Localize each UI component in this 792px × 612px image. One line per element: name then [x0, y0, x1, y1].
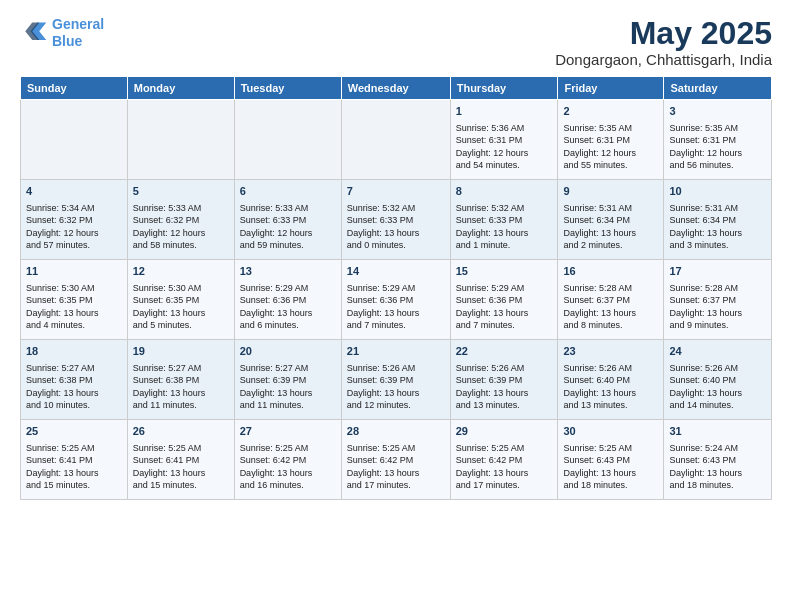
- day-number: 9: [563, 184, 658, 199]
- table-row: 16Sunrise: 5:28 AMSunset: 6:37 PMDayligh…: [558, 260, 664, 340]
- col-monday: Monday: [127, 77, 234, 100]
- col-friday: Friday: [558, 77, 664, 100]
- calendar-header-row: Sunday Monday Tuesday Wednesday Thursday…: [21, 77, 772, 100]
- day-info: Daylight: 13 hours: [563, 227, 658, 240]
- table-row: 15Sunrise: 5:29 AMSunset: 6:36 PMDayligh…: [450, 260, 558, 340]
- logo-blue: Blue: [52, 33, 82, 49]
- table-row: 5Sunrise: 5:33 AMSunset: 6:32 PMDaylight…: [127, 180, 234, 260]
- day-info: and 57 minutes.: [26, 239, 122, 252]
- table-row: 14Sunrise: 5:29 AMSunset: 6:36 PMDayligh…: [341, 260, 450, 340]
- day-info: and 3 minutes.: [669, 239, 766, 252]
- day-number: 15: [456, 264, 553, 279]
- day-number: 10: [669, 184, 766, 199]
- day-number: 13: [240, 264, 336, 279]
- day-info: Sunset: 6:41 PM: [133, 454, 229, 467]
- day-info: Sunset: 6:43 PM: [563, 454, 658, 467]
- table-row: [234, 100, 341, 180]
- day-info: Daylight: 13 hours: [26, 387, 122, 400]
- calendar-week-row: 18Sunrise: 5:27 AMSunset: 6:38 PMDayligh…: [21, 340, 772, 420]
- day-info: Sunrise: 5:33 AM: [240, 202, 336, 215]
- day-info: and 6 minutes.: [240, 319, 336, 332]
- day-number: 23: [563, 344, 658, 359]
- day-info: Daylight: 13 hours: [563, 467, 658, 480]
- day-info: Daylight: 13 hours: [347, 387, 445, 400]
- table-row: 3Sunrise: 5:35 AMSunset: 6:31 PMDaylight…: [664, 100, 772, 180]
- day-info: and 7 minutes.: [456, 319, 553, 332]
- day-info: Sunset: 6:36 PM: [347, 294, 445, 307]
- day-info: Sunrise: 5:26 AM: [669, 362, 766, 375]
- table-row: 19Sunrise: 5:27 AMSunset: 6:38 PMDayligh…: [127, 340, 234, 420]
- day-info: Sunrise: 5:32 AM: [347, 202, 445, 215]
- table-row: 21Sunrise: 5:26 AMSunset: 6:39 PMDayligh…: [341, 340, 450, 420]
- day-info: Daylight: 12 hours: [563, 147, 658, 160]
- day-info: and 4 minutes.: [26, 319, 122, 332]
- calendar-week-row: 11Sunrise: 5:30 AMSunset: 6:35 PMDayligh…: [21, 260, 772, 340]
- day-info: Daylight: 13 hours: [456, 467, 553, 480]
- day-info: Sunrise: 5:29 AM: [240, 282, 336, 295]
- day-info: Daylight: 13 hours: [133, 467, 229, 480]
- day-number: 2: [563, 104, 658, 119]
- day-info: Sunset: 6:40 PM: [669, 374, 766, 387]
- table-row: 18Sunrise: 5:27 AMSunset: 6:38 PMDayligh…: [21, 340, 128, 420]
- day-info: Sunrise: 5:27 AM: [26, 362, 122, 375]
- day-info: Sunset: 6:38 PM: [133, 374, 229, 387]
- day-number: 3: [669, 104, 766, 119]
- table-row: 22Sunrise: 5:26 AMSunset: 6:39 PMDayligh…: [450, 340, 558, 420]
- table-row: 12Sunrise: 5:30 AMSunset: 6:35 PMDayligh…: [127, 260, 234, 340]
- col-thursday: Thursday: [450, 77, 558, 100]
- day-info: and 18 minutes.: [563, 479, 658, 492]
- day-info: Sunrise: 5:26 AM: [347, 362, 445, 375]
- day-info: and 2 minutes.: [563, 239, 658, 252]
- day-info: Daylight: 13 hours: [456, 227, 553, 240]
- day-info: Sunrise: 5:34 AM: [26, 202, 122, 215]
- day-info: Sunrise: 5:25 AM: [456, 442, 553, 455]
- day-number: 22: [456, 344, 553, 359]
- col-wednesday: Wednesday: [341, 77, 450, 100]
- day-info: Sunset: 6:31 PM: [563, 134, 658, 147]
- title-block: May 2025 Dongargaon, Chhattisgarh, India: [555, 16, 772, 68]
- table-row: 10Sunrise: 5:31 AMSunset: 6:34 PMDayligh…: [664, 180, 772, 260]
- table-row: 20Sunrise: 5:27 AMSunset: 6:39 PMDayligh…: [234, 340, 341, 420]
- day-info: Sunrise: 5:26 AM: [456, 362, 553, 375]
- day-info: and 12 minutes.: [347, 399, 445, 412]
- day-info: Sunrise: 5:25 AM: [26, 442, 122, 455]
- day-number: 7: [347, 184, 445, 199]
- logo: General Blue: [20, 16, 104, 50]
- table-row: [21, 100, 128, 180]
- day-info: and 16 minutes.: [240, 479, 336, 492]
- table-row: 23Sunrise: 5:26 AMSunset: 6:40 PMDayligh…: [558, 340, 664, 420]
- day-info: Sunset: 6:35 PM: [133, 294, 229, 307]
- day-info: Sunset: 6:36 PM: [240, 294, 336, 307]
- day-info: and 11 minutes.: [133, 399, 229, 412]
- day-number: 1: [456, 104, 553, 119]
- day-info: Sunset: 6:41 PM: [26, 454, 122, 467]
- day-info: Sunrise: 5:25 AM: [347, 442, 445, 455]
- day-info: Daylight: 13 hours: [669, 307, 766, 320]
- table-row: 13Sunrise: 5:29 AMSunset: 6:36 PMDayligh…: [234, 260, 341, 340]
- day-info: Sunset: 6:31 PM: [456, 134, 553, 147]
- day-info: and 55 minutes.: [563, 159, 658, 172]
- col-tuesday: Tuesday: [234, 77, 341, 100]
- day-number: 12: [133, 264, 229, 279]
- day-number: 19: [133, 344, 229, 359]
- day-info: Sunrise: 5:29 AM: [347, 282, 445, 295]
- day-info: and 13 minutes.: [563, 399, 658, 412]
- day-number: 27: [240, 424, 336, 439]
- table-row: 2Sunrise: 5:35 AMSunset: 6:31 PMDaylight…: [558, 100, 664, 180]
- day-info: Sunset: 6:33 PM: [240, 214, 336, 227]
- day-info: Sunrise: 5:25 AM: [133, 442, 229, 455]
- day-info: and 14 minutes.: [669, 399, 766, 412]
- table-row: 7Sunrise: 5:32 AMSunset: 6:33 PMDaylight…: [341, 180, 450, 260]
- subtitle: Dongargaon, Chhattisgarh, India: [555, 51, 772, 68]
- col-saturday: Saturday: [664, 77, 772, 100]
- logo-icon: [20, 19, 48, 47]
- table-row: 17Sunrise: 5:28 AMSunset: 6:37 PMDayligh…: [664, 260, 772, 340]
- day-info: Sunset: 6:39 PM: [240, 374, 336, 387]
- day-number: 5: [133, 184, 229, 199]
- day-info: Daylight: 13 hours: [563, 307, 658, 320]
- day-info: and 54 minutes.: [456, 159, 553, 172]
- page: General Blue May 2025 Dongargaon, Chhatt…: [0, 0, 792, 612]
- day-info: Sunset: 6:42 PM: [240, 454, 336, 467]
- table-row: 29Sunrise: 5:25 AMSunset: 6:42 PMDayligh…: [450, 420, 558, 500]
- day-info: Daylight: 13 hours: [347, 467, 445, 480]
